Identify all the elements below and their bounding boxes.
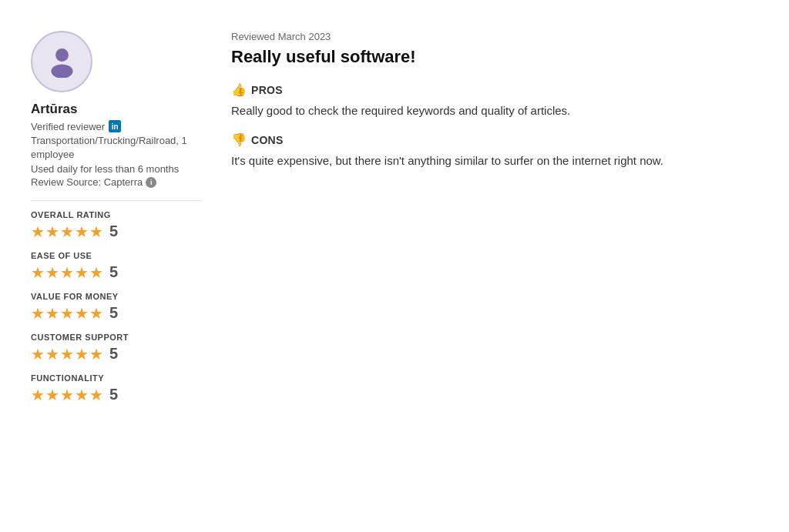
star-3: ★ [60, 346, 74, 362]
info-icon[interactable]: i [146, 177, 156, 188]
svg-point-1 [51, 64, 72, 78]
star-2: ★ [45, 306, 59, 321]
star-4: ★ [75, 265, 89, 280]
review-source-label: Review Source: Capterra [31, 176, 143, 188]
pros-label: PROS [251, 84, 283, 96]
star-1: ★ [31, 387, 45, 403]
star-1: ★ [31, 224, 45, 239]
star-5: ★ [89, 265, 103, 280]
reviewer-source-row: Review Source: Capterra i [31, 176, 200, 188]
reviewer-usage: Used daily for less than 6 months [31, 163, 200, 175]
overall-stars-row: ★ ★ ★ ★ ★ 5 [31, 223, 200, 240]
star-3: ★ [60, 265, 74, 280]
star-1: ★ [31, 346, 45, 362]
review-content: Reviewed March 2023 Really useful softwa… [231, 31, 758, 414]
linkedin-icon[interactable]: in [109, 120, 121, 132]
star-2: ★ [45, 265, 59, 280]
functionality-stars-row: ★ ★ ★ ★ ★ 5 [31, 386, 200, 403]
thumbs-down-icon: 👎 [231, 132, 247, 147]
reviewer-sidebar: Artūras Verified reviewer in Transportat… [31, 31, 200, 414]
star-3: ★ [60, 306, 74, 321]
support-rating-label: CUSTOMER SUPPORT [31, 333, 200, 342]
star-4: ★ [75, 224, 89, 239]
overall-stars: ★ ★ ★ ★ ★ [31, 224, 103, 239]
avatar [31, 31, 92, 92]
functionality-rating-label: FUNCTIONALITY [31, 373, 200, 383]
functionality-stars: ★ ★ ★ ★ ★ [31, 387, 103, 403]
cons-section: 👎 CONS It's quite expensive, but there i… [231, 132, 758, 170]
star-5: ★ [89, 224, 103, 239]
star-3: ★ [60, 387, 74, 403]
functionality-rating-value: 5 [109, 386, 118, 403]
pros-section: 👍 PROS Really good to check the required… [231, 82, 758, 120]
value-rating-label: VALUE FOR MONEY [31, 292, 200, 301]
star-2: ★ [45, 224, 59, 239]
cons-label: CONS [251, 134, 284, 146]
support-rating-section: CUSTOMER SUPPORT ★ ★ ★ ★ ★ 5 [31, 333, 200, 363]
functionality-rating-section: FUNCTIONALITY ★ ★ ★ ★ ★ 5 [31, 373, 200, 403]
ease-rating-value: 5 [109, 263, 118, 281]
pros-header: 👍 PROS [231, 82, 758, 97]
star-5: ★ [89, 387, 103, 403]
cons-header: 👎 CONS [231, 132, 758, 147]
reviewer-verified-row: Verified reviewer in [31, 120, 200, 132]
support-stars: ★ ★ ★ ★ ★ [31, 346, 103, 362]
reviewer-name: Artūras [31, 102, 200, 117]
star-2: ★ [45, 346, 59, 362]
star-2: ★ [45, 387, 59, 403]
verified-label: Verified reviewer [31, 121, 105, 132]
value-stars: ★ ★ ★ ★ ★ [31, 306, 103, 321]
overall-rating-section: OVERALL RATING ★ ★ ★ ★ ★ 5 [31, 210, 200, 240]
review-date: Reviewed March 2023 [231, 31, 758, 42]
overall-rating-value: 5 [109, 223, 118, 240]
star-3: ★ [60, 224, 74, 239]
review-card: Artūras Verified reviewer in Transportat… [15, 15, 774, 430]
reviewer-industry: Transportation/Trucking/Railroad, 1 empl… [31, 134, 200, 162]
cons-text: It's quite expensive, but there isn't an… [231, 152, 758, 170]
star-4: ★ [75, 387, 89, 403]
star-4: ★ [75, 306, 89, 321]
value-rating-value: 5 [109, 304, 118, 322]
support-stars-row: ★ ★ ★ ★ ★ 5 [31, 345, 200, 363]
star-1: ★ [31, 306, 45, 321]
thumbs-up-icon: 👍 [231, 82, 247, 97]
ease-rating-label: EASE OF USE [31, 251, 200, 260]
support-rating-value: 5 [109, 345, 118, 363]
star-4: ★ [75, 346, 89, 362]
value-rating-section: VALUE FOR MONEY ★ ★ ★ ★ ★ 5 [31, 292, 200, 322]
user-avatar-icon [45, 43, 79, 81]
divider [31, 200, 200, 201]
star-5: ★ [89, 306, 103, 321]
ease-rating-section: EASE OF USE ★ ★ ★ ★ ★ 5 [31, 251, 200, 281]
star-5: ★ [89, 346, 103, 362]
ease-stars-row: ★ ★ ★ ★ ★ 5 [31, 263, 200, 281]
pros-text: Really good to check the required keywor… [231, 102, 758, 120]
review-title: Really useful software! [231, 47, 758, 67]
svg-point-0 [55, 49, 69, 62]
star-1: ★ [31, 265, 45, 280]
value-stars-row: ★ ★ ★ ★ ★ 5 [31, 304, 200, 322]
overall-rating-label: OVERALL RATING [31, 210, 200, 219]
ease-stars: ★ ★ ★ ★ ★ [31, 265, 103, 280]
